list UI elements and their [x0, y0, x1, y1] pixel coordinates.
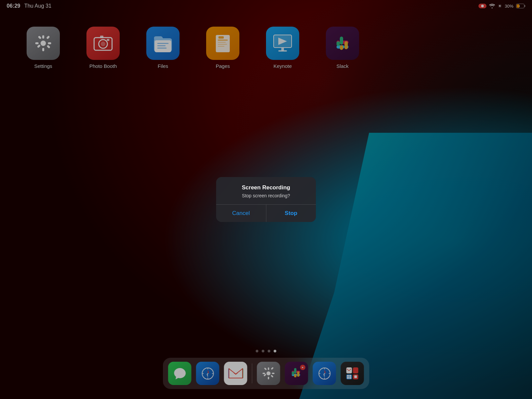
dialog-content: Screen Recording Stop screen recording?	[216, 177, 316, 204]
dialog-message: Stop screen recording?	[223, 193, 309, 198]
dialog-buttons: Cancel Stop	[216, 205, 316, 222]
dialog-title: Screen Recording	[223, 184, 309, 191]
cancel-button[interactable]: Cancel	[216, 205, 266, 222]
dialog-overlay: Screen Recording Stop screen recording? …	[0, 0, 532, 399]
screen-recording-dialog: Screen Recording Stop screen recording? …	[216, 177, 316, 222]
stop-button[interactable]: Stop	[266, 205, 316, 222]
